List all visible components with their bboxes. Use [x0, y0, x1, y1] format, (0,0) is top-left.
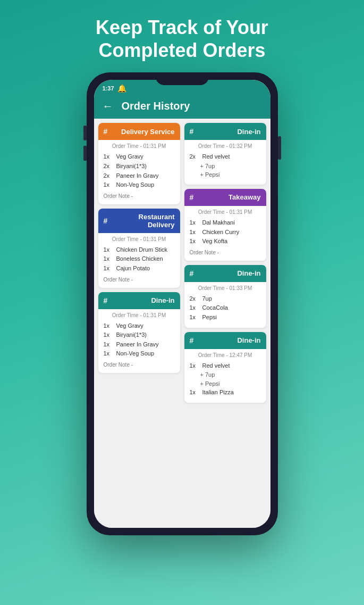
status-time: 1:37 [103, 85, 114, 92]
service-type-dine-right-1: Dine-in [198, 128, 260, 136]
service-type-dine-late: Dine-in [198, 336, 260, 344]
hash-icon: # [190, 127, 194, 136]
list-item: 1xChicken Curry [190, 228, 261, 237]
card-body-dine-right-1: Order Time - 01:32 PM 2xRed velvet + 7up… [184, 140, 266, 185]
service-type-delivery: Delivery Service [112, 128, 174, 136]
order-time-dine-beverages: Order Time - 01:33 PM [190, 285, 261, 291]
card-body-takeaway: Order Time - 01:31 PM 1xDal Makhani 1xCh… [184, 206, 266, 261]
order-time-dine-late: Order Time - 12:47 PM [190, 352, 261, 358]
notification-icon: 🔔 [117, 84, 126, 93]
list-item: 1xVeg Gravy [104, 321, 175, 331]
back-button[interactable]: ← [103, 100, 113, 112]
service-type-dine-beverages: Dine-in [198, 269, 260, 277]
left-column: # Delivery Service Order Time - 01:31 PM… [98, 123, 180, 524]
addon-item: + Pepsi [190, 379, 261, 388]
hash-icon: # [104, 296, 108, 305]
list-item: 1xNon-Veg Soup [104, 349, 175, 359]
service-type-restaurant: Restaurant Delivery [112, 213, 174, 229]
card-body-restaurant: Order Time - 01:31 PM 1xChicken Drum Sti… [98, 233, 180, 288]
order-card-delivery[interactable]: # Delivery Service Order Time - 01:31 PM… [98, 123, 180, 204]
volume-down-button [83, 146, 87, 161]
page-title: Order History [122, 100, 190, 112]
order-time-dine-left: Order Time - 01:31 PM [104, 312, 175, 318]
list-item: 1xPaneer In Gravy [104, 340, 175, 350]
card-header-dine-left: # Dine-in [98, 292, 180, 309]
order-note: Order Note - [104, 362, 175, 368]
phone-screen: 1:37 🔔 ← Order History # Delivery Servic… [94, 80, 270, 528]
list-item: 2xPaneer In Gravy [104, 171, 175, 181]
order-card-restaurant[interactable]: # Restaurant Delivery Order Time - 01:31… [98, 209, 180, 288]
addon-item: + 7up [190, 370, 261, 379]
hash-icon: # [190, 336, 194, 345]
phone-notch [156, 72, 209, 85]
card-body-delivery: Order Time - 01:31 PM 1xVeg Gravy 2xBiry… [98, 140, 180, 204]
list-item: 1xVeg Gravy [104, 152, 175, 162]
list-item: 1xBoneless Chicken [104, 254, 175, 264]
hero-title: Keep Track of Your Completed Orders [64, 0, 300, 72]
order-list: # Delivery Service Order Time - 01:31 PM… [94, 119, 270, 528]
list-item: 1xPepsi [190, 313, 261, 322]
order-note: Order Note - [104, 193, 175, 199]
card-header-restaurant: # Restaurant Delivery [98, 209, 180, 233]
power-button [278, 136, 281, 160]
hash-icon: # [190, 193, 194, 202]
right-column: # Dine-in Order Time - 01:32 PM 2xRed ve… [184, 123, 266, 524]
order-time-takeaway: Order Time - 01:31 PM [190, 209, 261, 215]
list-item: 2xRed velvet [190, 152, 261, 162]
card-body-dine-left: Order Time - 01:31 PM 1xVeg Gravy 1xBiry… [98, 309, 180, 373]
order-note: Order Note - [104, 277, 175, 283]
hash-icon: # [104, 127, 108, 136]
card-body-dine-beverages: Order Time - 01:33 PM 2x7up 1xCocaCola 1… [184, 282, 266, 328]
list-item: 2xBiryani(1*3) [104, 162, 175, 171]
phone-frame: 1:37 🔔 ← Order History # Delivery Servic… [87, 72, 278, 535]
service-type-dine-left: Dine-in [112, 296, 174, 304]
list-item: 1xDal Makhani [190, 218, 261, 228]
addon-item: + Pepsi [190, 170, 261, 179]
order-time-restaurant: Order Time - 01:31 PM [104, 236, 175, 242]
order-card-dine-late[interactable]: # Dine-in Order Time - 12:47 PM 1xRed ve… [184, 332, 266, 403]
order-note: Order Note - [190, 250, 261, 255]
service-type-takeaway: Takeaway [198, 193, 260, 201]
hash-icon: # [190, 269, 194, 278]
order-time-delivery: Order Time - 01:31 PM [104, 143, 175, 149]
list-item: 1xVeg Kofta [190, 237, 261, 246]
order-card-dine-left[interactable]: # Dine-in Order Time - 01:31 PM 1xVeg Gr… [98, 292, 180, 373]
card-body-dine-late: Order Time - 12:47 PM 1xRed velvet + 7up… [184, 349, 266, 403]
list-item: 1xCocaCola [190, 303, 261, 313]
app-header: ← Order History [94, 95, 270, 119]
addon-item: + 7up [190, 162, 261, 171]
volume-up-button [83, 126, 87, 140]
list-item: 1xChicken Drum Stick [104, 245, 175, 255]
card-header-takeaway: # Takeaway [184, 189, 266, 206]
order-time-dine-right-1: Order Time - 01:32 PM [190, 143, 261, 149]
order-card-dine-right-1[interactable]: # Dine-in Order Time - 01:32 PM 2xRed ve… [184, 123, 266, 185]
card-header-delivery: # Delivery Service [98, 123, 180, 140]
list-item: 1xRed velvet [190, 361, 261, 371]
list-item: 1xItalian Pizza [190, 388, 261, 397]
order-card-takeaway[interactable]: # Takeaway Order Time - 01:31 PM 1xDal M… [184, 189, 266, 261]
list-item: 1xNon-Veg Soup [104, 180, 175, 190]
list-item: 1xCajun Potato [104, 264, 175, 274]
card-header-dine-beverages: # Dine-in [184, 265, 266, 282]
card-header-dine-right-1: # Dine-in [184, 123, 266, 140]
list-item: 2x7up [190, 294, 261, 304]
list-item: 1xBiryani(1*3) [104, 330, 175, 340]
hash-icon: # [104, 217, 108, 225]
card-header-dine-late: # Dine-in [184, 332, 266, 349]
order-card-dine-beverages[interactable]: # Dine-in Order Time - 01:33 PM 2x7up 1x… [184, 265, 266, 328]
